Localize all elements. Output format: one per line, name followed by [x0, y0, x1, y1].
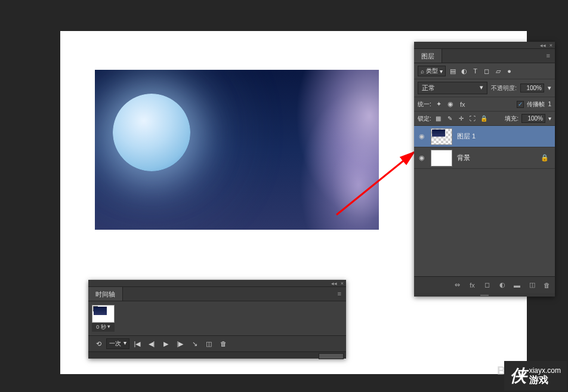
tween-button[interactable]: ↘	[188, 338, 201, 349]
first-frame-button[interactable]: |◀	[131, 338, 144, 349]
lock-artboard-icon[interactable]: ⛶	[468, 114, 477, 123]
delete-layer-icon[interactable]: 🗑	[542, 280, 551, 289]
frame-duration-value: 0 秒	[96, 323, 106, 331]
layer-item[interactable]: ◉ 图层 1	[414, 126, 555, 147]
next-frame-button[interactable]: |▶	[174, 338, 187, 349]
filter-row: ⌕ 类型 ▾ ▤ ◐ T ◻ ▱ ●	[414, 63, 555, 79]
chevron-down-icon[interactable]: ▾	[548, 115, 551, 122]
search-icon: ⌕	[421, 68, 424, 75]
unify-position-icon[interactable]: ✦	[434, 100, 443, 109]
filter-label: 类型	[426, 67, 438, 75]
lock-row: 锁定: ▦ ✎ ✛ ⛶ 🔒 填充: 100% ▾	[414, 112, 555, 126]
filter-pixel-icon[interactable]: ▤	[448, 67, 457, 76]
visibility-toggle-icon[interactable]: ◉	[418, 154, 426, 162]
lock-label: 锁定:	[418, 115, 431, 123]
loop-icon[interactable]: ⟲	[92, 338, 105, 349]
chevron-down-icon[interactable]: ▾	[548, 84, 551, 92]
image-layer-content	[95, 70, 379, 230]
chevron-down-icon: ▾	[440, 68, 443, 75]
layer-style-icon[interactable]: fx	[468, 280, 477, 289]
prev-frame-button[interactable]: ◀|	[145, 338, 158, 349]
layers-list: ◉ 图层 1 ◉ 背景 🔒	[414, 126, 555, 276]
opacity-label: 不透明度:	[491, 84, 517, 92]
layers-empty-area[interactable]	[414, 169, 555, 276]
filter-toggle-icon[interactable]: ●	[505, 67, 514, 76]
layer-name[interactable]: 背景	[457, 153, 536, 162]
unify-row: 统一: ✦ ◉ fx 传播帧 1	[414, 97, 555, 112]
layers-bottom-toolbar: ⇔ fx ◻ ◐ ▬ ◫ 🗑	[414, 276, 555, 293]
unify-style-icon[interactable]: fx	[458, 100, 467, 109]
propagate-checkbox[interactable]	[517, 101, 524, 108]
duplicate-frame-button[interactable]: ◫	[202, 338, 215, 349]
filter-shape-icon[interactable]: ◻	[482, 67, 491, 76]
fill-input[interactable]: 100%	[521, 114, 545, 123]
close-icon[interactable]: ×	[550, 42, 552, 48]
panel-tab-row: 图层 ≡	[414, 49, 555, 63]
layer-mask-icon[interactable]: ◻	[483, 280, 492, 289]
layer-thumbnail[interactable]	[431, 150, 452, 166]
layer-thumbnail[interactable]	[431, 128, 452, 145]
delete-frame-button[interactable]: 🗑	[217, 338, 230, 349]
opacity-input[interactable]: 100%	[520, 84, 544, 92]
visibility-toggle-icon[interactable]: ◉	[418, 132, 426, 140]
lock-pixels-icon[interactable]: ✎	[446, 114, 454, 123]
lock-position-icon[interactable]: ✛	[457, 114, 465, 123]
frames-area[interactable]: 1 0 秒 ▾	[88, 301, 346, 335]
animation-frame[interactable]: 1 0 秒 ▾	[92, 305, 115, 332]
moon-graphic	[113, 94, 190, 171]
fill-label: 填充:	[505, 115, 518, 123]
panel-tab-row: 时间轴 ≡	[88, 287, 346, 301]
new-layer-icon[interactable]: ◫	[527, 280, 536, 289]
blossom-graphic	[283, 70, 379, 230]
link-layers-icon[interactable]: ⇔	[453, 280, 462, 289]
blend-row: 正常 ▾ 不透明度: 100% ▾	[414, 79, 555, 97]
collapse-icon[interactable]: ◂◂	[331, 280, 337, 286]
propagate-label: 传播帧	[527, 100, 545, 109]
filter-type-dropdown[interactable]: ⌕ 类型 ▾	[418, 66, 446, 76]
unify-label: 统一:	[418, 100, 431, 109]
loop-mode-value: 一次	[109, 339, 121, 348]
blend-mode-value: 正常	[422, 84, 435, 92]
timeline-scrollbar[interactable]	[88, 351, 346, 359]
panel-resize-grip[interactable]: ▬▬	[414, 293, 555, 297]
tab-layers[interactable]: 图层	[414, 49, 442, 63]
timeline-panel: ◂◂ × 时间轴 ≡ 1 0 秒 ▾ ⟲ 一次 ▾ |◀ ◀| ▶ |▶ ↘ ◫…	[88, 280, 346, 359]
timeline-controls: ⟲ 一次 ▾ |◀ ◀| ▶ |▶ ↘ ◫ 🗑	[88, 335, 346, 351]
play-button[interactable]: ▶	[159, 338, 172, 349]
filter-adjust-icon[interactable]: ◐	[459, 67, 468, 76]
site-logo: 侠 xiayx.com 游戏	[504, 361, 567, 391]
lock-transparency-icon[interactable]: ▦	[434, 114, 443, 123]
panel-menu-icon[interactable]: ≡	[542, 49, 555, 63]
chevron-down-icon: ▾	[480, 84, 483, 92]
adjustment-layer-icon[interactable]: ◐	[498, 280, 507, 289]
filter-smart-icon[interactable]: ▱	[493, 67, 502, 76]
panel-controls: ◂◂ ×	[88, 280, 346, 287]
panel-controls: ◂◂ ×	[414, 42, 555, 49]
unify-visibility-icon[interactable]: ◉	[446, 100, 455, 109]
loop-mode-dropdown[interactable]: 一次 ▾	[106, 338, 129, 349]
filter-text-icon[interactable]: T	[471, 67, 480, 76]
layer-item[interactable]: ◉ 背景 🔒	[414, 147, 555, 169]
close-icon[interactable]: ×	[341, 280, 344, 286]
lock-all-icon[interactable]: 🔒	[480, 114, 488, 123]
panel-menu-icon[interactable]: ≡	[333, 287, 346, 301]
group-icon[interactable]: ▬	[513, 280, 521, 289]
propagate-num: 1	[548, 101, 551, 107]
tab-timeline[interactable]: 时间轴	[88, 287, 123, 301]
chevron-down-icon: ▾	[107, 323, 110, 331]
collapse-icon[interactable]: ◂◂	[540, 42, 546, 48]
blend-mode-dropdown[interactable]: 正常 ▾	[418, 82, 487, 94]
frame-duration-dropdown[interactable]: 0 秒 ▾	[92, 323, 115, 332]
lock-indicator-icon: 🔒	[541, 154, 551, 162]
layer-name[interactable]: 图层 1	[457, 132, 551, 141]
chevron-down-icon: ▾	[124, 339, 126, 348]
frame-thumbnail[interactable]: 1	[92, 305, 115, 323]
layers-panel: ◂◂ × 图层 ≡ ⌕ 类型 ▾ ▤ ◐ T ◻ ▱ ● 正常 ▾ 不透明度: …	[414, 42, 555, 297]
